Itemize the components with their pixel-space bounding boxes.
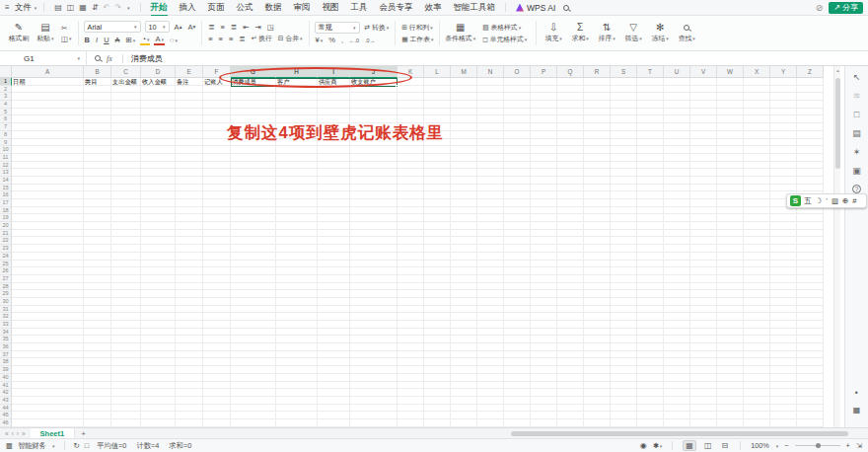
row-header-9[interactable]: 9 [0, 139, 12, 147]
cell-V14[interactable] [690, 177, 717, 185]
cell-Y31[interactable] [770, 306, 797, 314]
row-header-31[interactable]: 31 [0, 306, 12, 314]
cell-L10[interactable] [424, 146, 451, 154]
row-header-1[interactable]: 1 [0, 78, 12, 86]
cell-S27[interactable] [611, 275, 637, 283]
cell-P46[interactable] [531, 419, 557, 427]
cell-G15[interactable] [231, 185, 276, 192]
cell-X31[interactable] [744, 306, 770, 314]
cell-U24[interactable] [664, 253, 690, 261]
cell-W39[interactable] [717, 366, 744, 374]
cell-X13[interactable] [744, 169, 770, 177]
cell-I20[interactable] [318, 222, 350, 230]
cell-P21[interactable] [531, 230, 557, 238]
cell-S5[interactable] [611, 109, 637, 116]
cell-G44[interactable] [231, 405, 276, 413]
cell-H21[interactable] [276, 230, 318, 238]
cell-C7[interactable] [111, 123, 141, 131]
cell-E6[interactable] [176, 115, 203, 123]
cell-J23[interactable] [350, 245, 398, 253]
cell-E5[interactable] [176, 109, 203, 116]
cell-G21[interactable] [231, 230, 276, 238]
cell-D10[interactable] [141, 146, 176, 154]
cell-O9[interactable] [504, 139, 531, 147]
print-icon[interactable]: ▦ [79, 3, 87, 12]
cell-W11[interactable] [717, 154, 744, 162]
cell-P25[interactable] [531, 261, 557, 268]
align-middle-icon[interactable]: ≡ [219, 23, 225, 32]
cell-Q24[interactable] [557, 253, 584, 261]
cell-B34[interactable] [84, 329, 111, 337]
cell-Y32[interactable] [770, 313, 797, 321]
cell-R21[interactable] [584, 230, 611, 238]
cell-S1[interactable] [611, 78, 637, 86]
cell-M5[interactable] [451, 109, 477, 116]
zoom-out-button[interactable]: − [784, 441, 788, 450]
cell-U22[interactable] [664, 237, 690, 245]
cell-G31[interactable] [231, 306, 276, 314]
row-header-19[interactable]: 19 [0, 214, 12, 222]
cell-N29[interactable] [477, 290, 504, 298]
cell-D1[interactable]: 收入金额 [141, 78, 176, 86]
cell-G13[interactable] [231, 169, 276, 177]
cell-N34[interactable] [477, 329, 504, 337]
cell-K2[interactable] [398, 86, 424, 94]
cell-D14[interactable] [141, 177, 176, 185]
cell-V30[interactable] [690, 298, 717, 306]
cell-O29[interactable] [504, 290, 531, 298]
ime-item-4[interactable]: ⊕ [842, 196, 848, 205]
menu-tab-插入[interactable]: 插入 [174, 0, 202, 16]
cell-M45[interactable] [451, 412, 477, 419]
cell-U4[interactable] [664, 101, 690, 109]
cell-O27[interactable] [504, 275, 531, 283]
cell-D23[interactable] [141, 245, 176, 253]
ime-item-3[interactable]: ▥ [832, 196, 838, 205]
row-header-38[interactable]: 38 [0, 358, 12, 366]
cell-H35[interactable] [276, 336, 318, 343]
cell-Y27[interactable] [770, 275, 797, 283]
cell-I38[interactable] [318, 358, 350, 366]
freeze-button[interactable]: ✻ 冻结▾ [648, 23, 672, 43]
cell-R3[interactable] [584, 93, 611, 101]
cell-P10[interactable] [531, 146, 557, 154]
cell-S9[interactable] [611, 139, 637, 147]
column-header-H[interactable]: H [276, 66, 318, 78]
cell-P15[interactable] [531, 185, 557, 192]
cell-S38[interactable] [611, 358, 637, 366]
cell-T30[interactable] [637, 298, 664, 306]
cell-R26[interactable] [584, 267, 611, 275]
cell-H3[interactable] [276, 93, 318, 101]
cell-P9[interactable] [531, 139, 557, 147]
cell-B15[interactable] [84, 185, 111, 192]
cell-W6[interactable] [717, 115, 744, 123]
cell-W35[interactable] [717, 336, 744, 343]
align-bottom-icon[interactable]: ≣ [230, 23, 238, 32]
cell-X36[interactable] [744, 343, 770, 351]
cell-M23[interactable] [451, 245, 477, 253]
cell-X46[interactable] [744, 419, 770, 427]
cell-O16[interactable] [504, 191, 531, 199]
row-header-20[interactable]: 20 [0, 222, 12, 230]
cell-H33[interactable] [276, 321, 318, 329]
cell-O45[interactable] [504, 412, 531, 419]
scroll-up-icon[interactable]: ▴ [834, 67, 841, 73]
cell-R37[interactable] [584, 351, 611, 359]
cell-B20[interactable] [84, 222, 111, 230]
cell-P30[interactable] [531, 298, 557, 306]
cell-P29[interactable] [531, 290, 557, 298]
cell-D19[interactable] [141, 214, 176, 222]
cell-X45[interactable] [744, 412, 770, 419]
horizontal-scroll-thumb[interactable] [511, 431, 848, 436]
cell-B7[interactable] [84, 123, 111, 131]
cell-K16[interactable] [398, 191, 424, 199]
cell-W9[interactable] [717, 139, 744, 147]
column-header-L[interactable]: L [424, 66, 451, 78]
cell-R17[interactable] [584, 199, 611, 207]
cell-C13[interactable] [111, 169, 141, 177]
cell-D3[interactable] [141, 93, 176, 101]
cell-R10[interactable] [584, 146, 611, 154]
cell-V10[interactable] [690, 146, 717, 154]
cell-D33[interactable] [141, 321, 176, 329]
cell-D26[interactable] [141, 267, 176, 275]
cell-E44[interactable] [176, 405, 203, 413]
